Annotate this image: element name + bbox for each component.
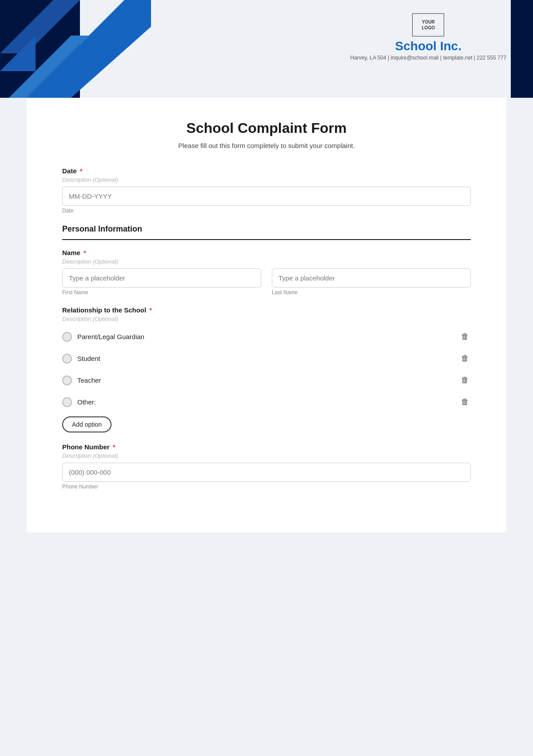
- date-description: Description (Optional): [62, 176, 471, 183]
- header-graphic: [0, 0, 151, 98]
- radio-label-2: Student: [77, 355, 100, 362]
- personal-info-section: Personal Information Name * Description …: [62, 224, 471, 490]
- last-name-col: Last Name: [272, 268, 471, 296]
- name-field-group: Name * Description (Optional) First Name…: [62, 249, 471, 296]
- header-dark-bar: [511, 0, 533, 98]
- radio-label-3: Teacher: [77, 376, 101, 384]
- first-name-input[interactable]: [62, 268, 261, 288]
- relationship-label: Relationship to the School *: [62, 306, 471, 314]
- name-required-star: *: [84, 249, 86, 256]
- name-description: Description (Optional): [62, 258, 471, 265]
- personal-info-header: Personal Information: [62, 224, 471, 240]
- radio-label-4: Other:: [77, 398, 96, 406]
- relationship-description: Description (Optional): [62, 316, 471, 322]
- last-name-hint: Last Name: [272, 289, 471, 296]
- radio-circle-3[interactable]: [62, 376, 72, 385]
- delete-icon-4[interactable]: 🗑: [459, 396, 471, 408]
- last-name-input[interactable]: [272, 268, 471, 288]
- date-hint: Date: [62, 208, 471, 214]
- date-section: Date * Description (Optional) Date: [62, 167, 471, 214]
- phone-label: Phone Number *: [62, 443, 471, 451]
- add-option-button[interactable]: Add option: [62, 416, 111, 432]
- radio-option-2: Student 🗑: [62, 348, 471, 369]
- delete-icon-1[interactable]: 🗑: [459, 330, 471, 343]
- school-address: Harvey, LA 504 | inquire@school.mail | t…: [350, 55, 506, 61]
- logo-line2: LOGO: [422, 25, 435, 31]
- delete-icon-3[interactable]: 🗑: [459, 374, 471, 387]
- relationship-required-star: *: [149, 306, 152, 314]
- radio-label-1: Parent/Legal Guardian: [77, 333, 144, 340]
- phone-input[interactable]: [62, 463, 471, 482]
- relationship-field-group: Relationship to the School * Description…: [62, 306, 471, 432]
- header-logo-area: YOUR LOGO School Inc. Harvey, LA 504 | i…: [350, 13, 506, 61]
- logo-line1: YOUR: [422, 19, 435, 25]
- form-title: School Complaint Form: [62, 120, 471, 136]
- date-label: Date *: [62, 167, 471, 175]
- form-subtitle: Please fill out this form completely to …: [62, 142, 471, 149]
- header: YOUR LOGO School Inc. Harvey, LA 504 | i…: [0, 0, 533, 98]
- radio-circle-1[interactable]: [62, 332, 72, 342]
- personal-info-title: Personal Information: [62, 224, 471, 234]
- form-container: School Complaint Form Please fill out th…: [27, 98, 506, 532]
- delete-icon-2[interactable]: 🗑: [459, 352, 471, 365]
- first-name-hint: First Name: [62, 289, 261, 296]
- radio-circle-2[interactable]: [62, 354, 72, 364]
- radio-option-4: Other: 🗑: [62, 391, 471, 413]
- add-option-label: Add option: [72, 421, 102, 428]
- radio-circle-4[interactable]: [62, 397, 72, 407]
- name-label: Name *: [62, 249, 471, 256]
- name-row: First Name Last Name: [62, 268, 471, 296]
- logo-box: YOUR LOGO: [412, 13, 444, 36]
- phone-description: Description (Optional): [62, 452, 471, 459]
- first-name-col: First Name: [62, 268, 261, 296]
- phone-hint: Phone Number: [62, 484, 471, 490]
- phone-field-group: Phone Number * Description (Optional) Ph…: [62, 443, 471, 490]
- school-name: School Inc.: [350, 39, 506, 53]
- radio-option-1: Parent/Legal Guardian 🗑: [62, 326, 471, 348]
- phone-required-star: *: [113, 443, 115, 451]
- date-required-star: *: [80, 167, 83, 175]
- date-input[interactable]: [62, 187, 471, 206]
- radio-option-3: Teacher 🗑: [62, 369, 471, 391]
- page-wrapper: YOUR LOGO School Inc. Harvey, LA 504 | i…: [0, 0, 533, 532]
